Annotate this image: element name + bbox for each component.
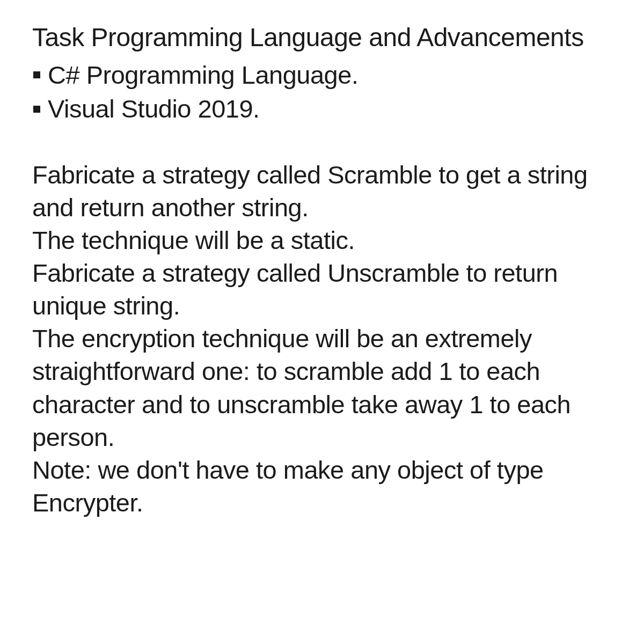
body-text: Fabricate a strategy called Scramble to … <box>32 158 612 519</box>
body-line: Fabricate a strategy called Unscramble t… <box>32 257 612 322</box>
body-line: Fabricate a strategy called Scramble to … <box>32 158 612 224</box>
document-page: Task Programming Language and Advancemen… <box>0 0 644 519</box>
list-item-text: Visual Studio 2019. <box>48 92 260 126</box>
body-line: The technique will be a static. <box>32 224 612 257</box>
list-item: C# Programming Language. <box>32 58 612 92</box>
bullet-square-icon <box>33 106 40 113</box>
body-line: character and to unscramble take away 1 … <box>32 388 612 453</box>
list-item-text: C# Programming Language. <box>48 58 358 92</box>
body-line: Note: we don't have to make any object o… <box>32 453 612 519</box>
section-heading: Task Programming Language and Advancemen… <box>32 21 612 54</box>
bullet-list: C# Programming Language. Visual Studio 2… <box>32 58 612 126</box>
body-line: The encryption technique will be an extr… <box>32 322 612 387</box>
bullet-square-icon <box>33 71 40 78</box>
list-item: Visual Studio 2019. <box>32 92 612 126</box>
